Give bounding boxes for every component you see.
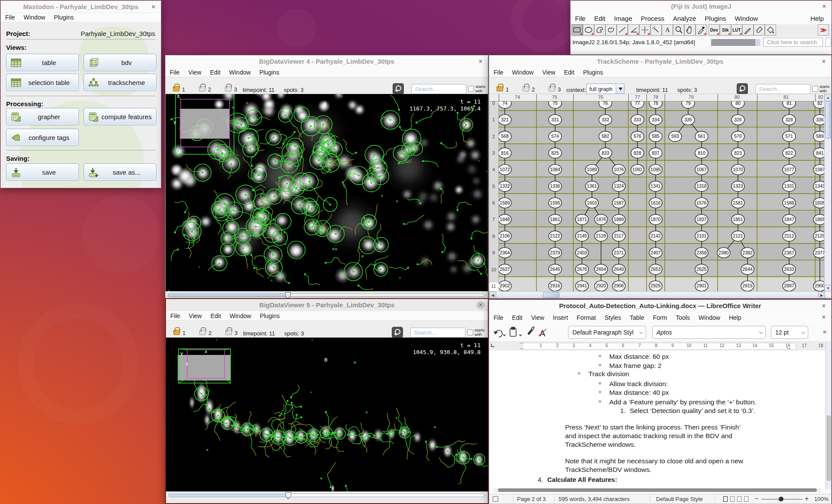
view-icon[interactable] [737,496,741,502]
tool-point-icon[interactable] [639,24,650,36]
trackscheme-menu-file[interactable]: File [489,69,508,76]
bdv4-time-slider[interactable] [168,293,484,297]
bdv4-time-slider-handle[interactable] [285,292,291,296]
search-icon[interactable] [392,327,403,338]
trackscheme-search-input[interactable]: Search... [755,84,810,94]
bdv5-menu-window[interactable]: Window [225,312,256,319]
tool-rectangle-icon[interactable] [572,24,583,36]
bdv5-menu-view[interactable]: View [185,312,206,319]
tool-stk-icon[interactable]: Stk [720,24,731,36]
writer-menu-view[interactable]: View [527,314,549,321]
bdv4-menu-view[interactable]: View [184,69,206,76]
writer-menu-format[interactable]: Format [572,314,600,321]
font-size-select[interactable]: 12 pt [771,326,808,339]
lock-3-icon[interactable] [225,330,232,335]
close-icon[interactable]: × [476,57,485,66]
bdv5-canvas[interactable]: yxzt = 111045.9, 930.8, 849.80 [166,338,488,491]
button-compute-features[interactable]: compute features [84,108,156,125]
bdv4-menu-window[interactable]: Window [225,69,255,76]
bdv5-search-input[interactable]: Search... [410,328,465,338]
writer-menu-form[interactable]: Form [649,314,672,321]
zoom-in-icon[interactable]: + [805,495,809,503]
mastodon-menu-plugins[interactable]: Plugins [49,14,78,21]
trackscheme-menu-plugins[interactable]: Plugins [579,69,608,76]
button-configure-tags[interactable]: configure tags [6,129,79,146]
close-icon[interactable]: × [819,57,828,66]
bdv4-search-input[interactable]: Search... [411,84,466,94]
button-selection-table[interactable]: selection table [6,74,79,91]
trackscheme-startswith-checkbox[interactable] [812,86,818,92]
imagej-menu-plugins[interactable]: Plugins [700,15,730,22]
button-save-as-[interactable]: save as... [84,163,156,181]
lock-1-icon[interactable] [497,86,503,91]
view-icon[interactable] [744,496,748,502]
lock-2-icon[interactable] [523,86,529,91]
bdv5-menu-file[interactable]: File [166,312,185,319]
mastodon-menu-window[interactable]: Window [20,14,50,21]
font-name-select[interactable]: Aptos [652,326,766,339]
close-icon[interactable]: × [820,2,829,11]
tool-angle-icon[interactable] [628,24,639,36]
view-layout-icons[interactable] [723,496,748,502]
bdv5-time-slider-handle[interactable] [286,492,291,496]
writer-menu-styles[interactable]: Styles [600,314,625,321]
trackscheme-menu-window[interactable]: Window [508,69,538,76]
lock-2-icon[interactable] [199,330,206,335]
close-icon[interactable]: × [149,3,158,11]
imagej-menu-image[interactable]: Image [610,15,637,22]
imagej-search-input[interactable]: Click here to search [763,38,823,47]
writer-menu-help[interactable]: Help [725,314,746,321]
writer-menu-tools[interactable]: Tools [671,314,694,321]
tool-fill-icon[interactable] [765,24,776,36]
search-icon[interactable] [737,83,748,94]
bdv4-menu-file[interactable]: File [166,69,184,76]
writer-vscrollbar[interactable] [826,342,831,489]
paragraph-style-select[interactable]: Default Paragraph Styl [568,326,646,339]
tool-hand-icon[interactable] [684,24,696,36]
trackscheme-menu-edit[interactable]: Edit [559,69,578,76]
toolbar-overflow[interactable]: » [823,328,826,335]
view-icon[interactable] [730,496,734,502]
button-trackscheme[interactable]: trackscheme [84,74,156,91]
save-status-icon[interactable] [493,496,498,502]
writer-menu-insert[interactable]: Insert [549,314,572,321]
lock-1-icon[interactable] [173,86,179,91]
close-icon[interactable]: × [819,302,828,310]
zoom-out-icon[interactable]: − [754,495,758,503]
zoom-slider-handle[interactable] [779,497,783,501]
tool-pencil-icon[interactable] [742,24,754,36]
writer-menu-window[interactable]: Window [694,314,725,321]
trackscheme-graph[interactable]: 7432156881610721332158918482106236426372… [489,94,825,292]
lock-2-icon[interactable] [199,86,205,91]
more-tools-icon[interactable]: ≫ [818,24,829,36]
view-icon[interactable] [723,496,728,502]
imagej-menu-file[interactable]: File [571,15,590,22]
tool-dev-icon[interactable]: Dev [708,24,720,36]
writer-hscrollbar-thumb[interactable] [498,488,817,492]
writer-ruler[interactable]: 123456789101112131415161718 [489,342,825,351]
writer-toolbar-icons[interactable]: A [489,323,563,342]
button-table[interactable]: table [6,54,79,71]
document-close-icon[interactable]: × [819,313,828,322]
bdv5-time-slider[interactable] [169,494,484,497]
mastodon-menu-file[interactable]: File [1,14,20,21]
lock-3-icon[interactable] [225,86,231,91]
writer-menu-table[interactable]: Table [625,314,648,321]
bdv4-menu-plugins[interactable]: Plugins [255,69,284,76]
tool-oval-icon[interactable] [583,24,594,36]
close-icon[interactable]: × [476,301,485,309]
tool-freehand-icon[interactable] [605,24,617,36]
bdv5-menu-edit[interactable]: Edit [206,312,225,319]
tool-lut-icon[interactable]: LUT [731,24,742,36]
trackscheme-vscrollbar[interactable]: ▲ ▼ [824,94,831,292]
tool-polygon-icon[interactable] [594,24,605,36]
imagej-menu-help[interactable]: Help [806,15,832,22]
writer-hscrollbar[interactable] [493,488,822,492]
context-select[interactable]: full graph [586,84,624,94]
imagej-menu-window[interactable]: Window [731,15,762,22]
tool-dropper-icon[interactable] [696,24,707,36]
bdv5-menu-plugins[interactable]: Plugins [256,312,284,319]
bdv5-startswith-checkbox[interactable] [467,329,473,335]
tool-brush-icon[interactable] [754,24,765,36]
bdv4-startswith-checkbox[interactable] [468,86,474,92]
